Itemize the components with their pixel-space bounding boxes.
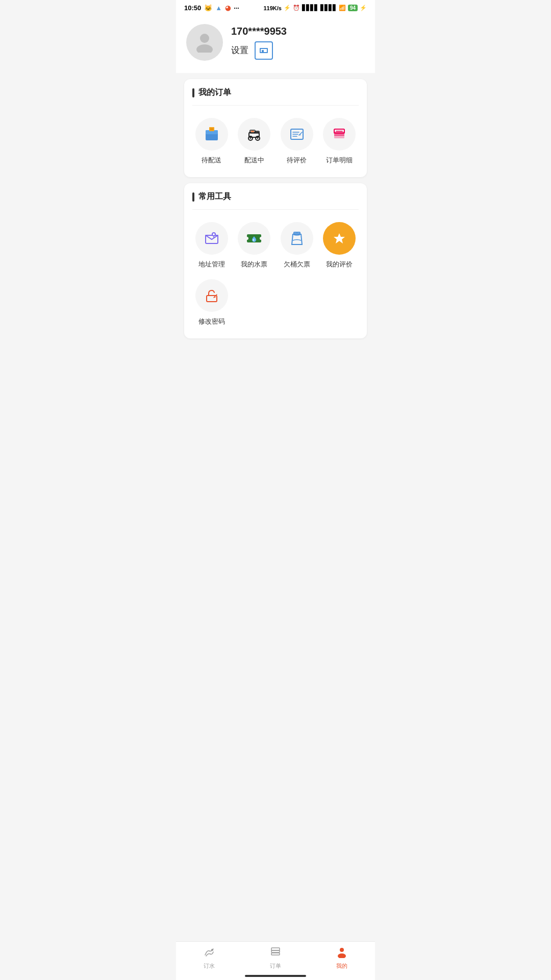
- battery-indicator: 94: [348, 5, 358, 11]
- my-water-ticket-icon-circle: ¥: [238, 222, 270, 255]
- common-tools-card: 常用工具 地址管理: [184, 183, 367, 338]
- home-indicator: [245, 975, 306, 977]
- pending-delivery-icon-circle: [195, 118, 228, 151]
- my-review-icon-circle: [323, 222, 356, 255]
- pending-delivery-label: 待配送: [202, 156, 221, 165]
- pending-review-icon: [288, 125, 306, 143]
- svg-point-13: [257, 138, 259, 139]
- my-orders-card: 我的订单 待配送: [184, 79, 367, 177]
- my-review-label: 我的评价: [326, 260, 353, 269]
- nav-orders[interactable]: 订单: [260, 946, 291, 970]
- common-tools-title: 常用工具: [192, 191, 359, 210]
- svg-marker-36: [334, 233, 345, 243]
- svg-point-45: [338, 953, 346, 958]
- signal-icon2: ▋▋▋▋: [320, 5, 337, 11]
- orders-icon: [269, 946, 282, 960]
- profile-section: 170****9953 设置: [176, 14, 375, 73]
- nav-mine-label: 我的: [336, 962, 347, 970]
- my-water-ticket-item[interactable]: ¥ 我的水票: [235, 218, 274, 273]
- svg-point-0: [200, 34, 209, 43]
- svg-rect-20: [334, 135, 344, 138]
- app-icon: ◕: [225, 4, 231, 12]
- my-water-ticket-icon: ¥: [245, 229, 263, 248]
- change-password-label: 修改密码: [198, 317, 225, 326]
- delivering-icon-circle: [238, 118, 270, 151]
- network-speed: 119K/s: [263, 5, 281, 11]
- order-detail-icon: [330, 125, 348, 143]
- emoji-icon: 🐱: [204, 4, 212, 12]
- change-password-icon: [203, 286, 221, 305]
- svg-point-28: [213, 233, 215, 235]
- wifi-icon: 📶: [339, 5, 346, 11]
- address-manage-icon-circle: [195, 222, 228, 255]
- profile-info: 170****9953 设置: [231, 26, 287, 60]
- svg-point-32: [260, 237, 263, 240]
- address-manage-icon: [203, 229, 221, 248]
- nav-orders-label: 订单: [270, 962, 281, 970]
- title-bar-icon: [192, 88, 194, 97]
- delivering-item[interactable]: 配送中: [235, 114, 274, 169]
- signal-icon1: ▋▋▋▋: [302, 5, 318, 11]
- order-detail-label: 订单明细: [326, 156, 353, 165]
- qr-scanner-button[interactable]: [255, 41, 273, 60]
- owe-bucket-icon-circle: [281, 222, 313, 255]
- avatar[interactable]: [186, 24, 223, 61]
- bottom-nav: 订水 订单 我的: [176, 941, 375, 980]
- my-water-ticket-label: 我的水票: [241, 260, 267, 269]
- owe-bucket-label: 欠桶欠票: [284, 260, 310, 269]
- address-manage-item[interactable]: 地址管理: [192, 218, 231, 273]
- my-review-item[interactable]: 我的评价: [320, 218, 359, 273]
- svg-point-31: [245, 237, 248, 240]
- change-password-icon-circle: [195, 279, 228, 312]
- delivering-icon: [245, 125, 263, 143]
- alarm-icon: ⏰: [293, 5, 300, 11]
- qr-inner-icon: [260, 48, 268, 53]
- svg-point-40: [211, 949, 213, 951]
- delivering-label: 配送中: [244, 156, 264, 165]
- order-water-icon: [203, 946, 215, 960]
- order-detail-item[interactable]: 订单明细: [320, 114, 359, 169]
- pending-review-label: 待评价: [287, 156, 307, 165]
- phone-number: 170****9953: [231, 26, 287, 37]
- mine-icon: [336, 946, 348, 960]
- svg-rect-5: [210, 128, 213, 130]
- bluetooth-icon: ⚡: [284, 5, 291, 11]
- svg-point-1: [196, 44, 213, 53]
- more-icon: ···: [234, 4, 239, 12]
- status-bar: 10:50 🐱 ▲ ◕ ··· 119K/s ⚡ ⏰ ▋▋▋▋ ▋▋▋▋ 📶 9…: [176, 0, 375, 14]
- pending-review-icon-circle: [281, 118, 313, 151]
- svg-rect-9: [251, 131, 254, 132]
- orders-grid: 待配送: [192, 114, 359, 169]
- pending-delivery-item[interactable]: 待配送: [192, 114, 231, 169]
- tools-grid: 地址管理 ¥ 我的水票: [192, 218, 359, 273]
- notification-icon: ▲: [215, 4, 222, 12]
- charging-icon: ⚡: [360, 5, 367, 11]
- my-orders-title: 我的订单: [192, 87, 359, 106]
- nav-mine[interactable]: 我的: [327, 946, 357, 970]
- avatar-icon: [193, 30, 216, 53]
- owe-bucket-item[interactable]: 欠桶欠票: [278, 218, 316, 273]
- time: 10:50: [184, 4, 201, 12]
- svg-point-12: [250, 138, 252, 139]
- nav-order-water[interactable]: 订水: [194, 946, 224, 970]
- nav-order-water-label: 订水: [204, 962, 215, 970]
- order-detail-icon-circle: [323, 118, 356, 151]
- svg-rect-41: [271, 953, 280, 955]
- pending-review-item[interactable]: 待评价: [278, 114, 316, 169]
- pending-delivery-icon: [203, 125, 221, 143]
- settings-link[interactable]: 设置: [231, 44, 248, 56]
- owe-bucket-icon: [288, 229, 306, 248]
- svg-rect-43: [271, 948, 280, 950]
- my-review-icon: [330, 229, 348, 248]
- title-bar-icon2: [192, 192, 194, 202]
- svg-point-44: [340, 948, 344, 952]
- address-manage-label: 地址管理: [198, 260, 225, 269]
- change-password-item[interactable]: 修改密码: [192, 275, 231, 330]
